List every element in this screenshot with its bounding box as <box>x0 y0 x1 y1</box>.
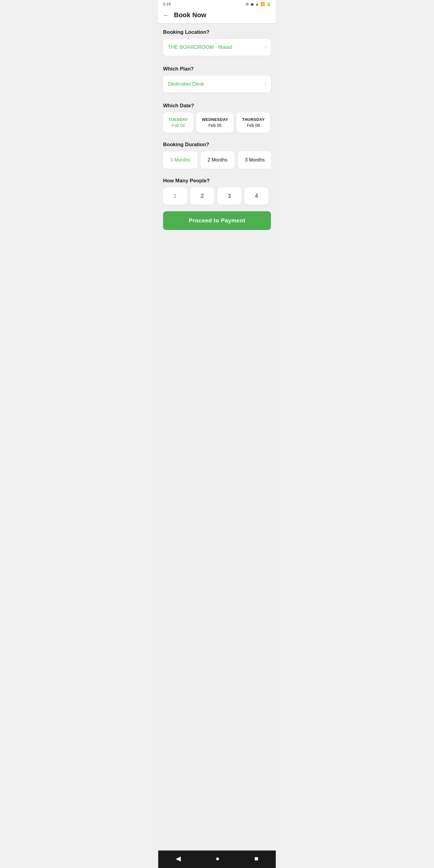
day-name-0: TUESDAY <box>168 117 188 122</box>
date-pill-1[interactable]: WEDNESDAY Feb 05 <box>196 113 234 133</box>
status-time: 5:19 <box>163 2 170 6</box>
status-bar: 5:19 ⚙ ▣ ▲ 📶 🔋 <box>158 0 276 7</box>
people-pill-2[interactable]: 3 <box>217 187 241 205</box>
proceed-button[interactable]: Proceed to Payment <box>163 211 271 230</box>
location-selector[interactable]: THE BOARDROOM - Malad › <box>163 39 271 56</box>
duration-scroll-container: 1 Months 2 Months 3 Months <box>163 151 271 170</box>
people-pill-3[interactable]: 4 <box>244 187 269 205</box>
duration-label: Booking Duration? <box>163 142 271 148</box>
duration-section: Booking Duration? 1 Months 2 Months 3 Mo… <box>158 136 276 173</box>
page-title: Book Now <box>174 11 207 19</box>
nav-recent-icon[interactable]: ■ <box>254 855 258 863</box>
signal-icon: 📶 <box>260 2 265 6</box>
date-pill-2[interactable]: THURSDAY Feb 06 <box>237 113 270 133</box>
people-label: How Many People? <box>163 178 271 184</box>
plan-section: Which Plan? Dedicated Desk › <box>158 61 276 97</box>
day-num-0: Feb 04 <box>168 123 188 128</box>
location-label: Booking Location? <box>163 29 271 35</box>
location-value: THE BOARDROOM - Malad <box>168 44 232 50</box>
plan-selector[interactable]: Dedicated Desk › <box>163 76 271 93</box>
date-section: Which Date? TUESDAY Feb 04 WEDNESDAY Feb… <box>158 97 276 136</box>
nav-back-icon[interactable]: ◀ <box>176 855 181 863</box>
header: ← Book Now <box>158 7 276 24</box>
date-scroll-container: TUESDAY Feb 04 WEDNESDAY Feb 05 THURSDAY… <box>163 113 271 134</box>
plan-label: Which Plan? <box>163 66 271 72</box>
plan-value: Dedicated Desk <box>168 81 204 87</box>
proceed-section: Proceed to Payment <box>158 208 276 235</box>
nav-home-icon[interactable]: ● <box>216 855 219 863</box>
battery-icon: 🔋 <box>267 2 271 6</box>
bottom-nav: ◀ ● ■ <box>158 850 276 868</box>
sim-icon: ▣ <box>250 2 254 6</box>
duration-pill-0[interactable]: 1 Months <box>163 151 197 169</box>
wifi-icon: ▲ <box>255 2 259 6</box>
day-num-2: Feb 06 <box>242 123 265 128</box>
people-scroll-container: 1 2 3 4 5 <box>163 187 271 206</box>
duration-pill-1[interactable]: 2 Months <box>200 151 235 169</box>
settings-icon: ⚙ <box>246 2 249 6</box>
people-section: How Many People? 1 2 3 4 5 <box>158 173 276 208</box>
location-section: Booking Location? THE BOARDROOM - Malad … <box>158 24 276 61</box>
people-pill-0[interactable]: 1 <box>163 187 187 205</box>
date-pill-0[interactable]: TUESDAY Feb 04 <box>163 113 193 133</box>
back-button[interactable]: ← <box>163 12 169 19</box>
plan-chevron-icon: › <box>265 82 266 87</box>
date-label: Which Date? <box>163 103 271 109</box>
main-content: Booking Location? THE BOARDROOM - Malad … <box>158 24 276 850</box>
duration-pill-2[interactable]: 3 Months <box>238 151 271 169</box>
day-name-2: THURSDAY <box>242 117 265 122</box>
day-num-1: Feb 05 <box>202 123 228 128</box>
status-icons: ⚙ ▣ ▲ 📶 🔋 <box>246 2 271 6</box>
day-name-1: WEDNESDAY <box>202 117 228 122</box>
location-chevron-icon: › <box>265 44 266 50</box>
people-pill-1[interactable]: 2 <box>190 187 214 205</box>
